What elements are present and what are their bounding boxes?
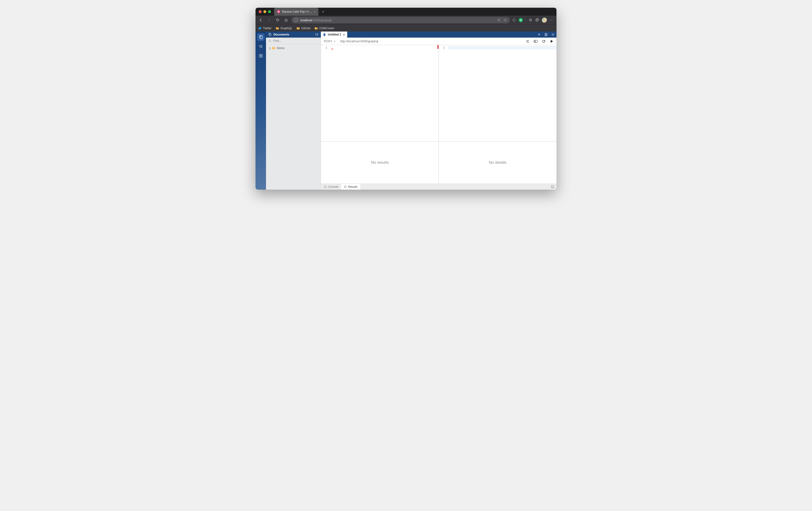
browser-chrome: ◓ Banana Cake Pop >> Untitled 1 × ＋ i [256, 8, 556, 31]
profile-avatar[interactable] [542, 18, 547, 23]
request-url[interactable]: http://localhost:5000/graphql [340, 39, 378, 43]
status-tabs: Console Results [321, 184, 556, 190]
browser-window: ◓ Banana Cake Pop >> Untitled 1 × ＋ i [256, 8, 556, 190]
no-details-label: No details [489, 160, 506, 165]
new-tab-button[interactable]: ＋ [319, 8, 328, 16]
browser-tab-strip: ◓ Banana Cake Pop >> Untitled 1 × ＋ [274, 8, 556, 16]
results-icon [344, 185, 347, 188]
folder-icon [315, 27, 318, 30]
svg-rect-10 [545, 35, 547, 36]
line-number: 1 [321, 46, 327, 49]
no-results-label: No results [371, 160, 389, 165]
side-panel-title: Documents [273, 33, 289, 36]
favorites-icon[interactable] [529, 18, 532, 22]
bookmarks-bar: Twitter GraphQL GitHub ChilliCream [256, 25, 556, 31]
address-bar[interactable]: i localhost:5000/graphql/ [291, 17, 510, 23]
browser-tab[interactable]: ◓ Banana Cake Pop >> Untitled 1 × [274, 8, 319, 16]
app-tab-strip: Untitled 1 × [321, 31, 556, 37]
address-path: :5000/graphql/ [312, 19, 331, 22]
tree-item-label: Demo [277, 47, 284, 50]
console-tab[interactable]: Console [321, 184, 341, 190]
svg-point-11 [553, 34, 553, 35]
bookmark-github[interactable]: GitHub [296, 27, 310, 30]
info-icon[interactable] [512, 18, 516, 22]
site-info-icon[interactable]: i [294, 18, 298, 22]
panel-toggle-button[interactable] [549, 184, 556, 190]
bookmark-graphql[interactable]: GraphQL [276, 27, 292, 30]
home-button[interactable] [283, 17, 289, 23]
code-area[interactable] [447, 45, 556, 141]
app-root: Documents ❯ Demo [256, 31, 556, 190]
window-controls [256, 10, 274, 13]
browser-toolbar: i localhost:5000/graphql/ G [256, 16, 556, 25]
svg-rect-14 [324, 186, 326, 188]
search-icon [268, 39, 271, 42]
bookmark-label: Twitter [263, 27, 271, 30]
http-method-label: POST [324, 39, 332, 43]
save-button[interactable] [543, 31, 550, 37]
address-text: localhost:5000/graphql/ [300, 19, 331, 22]
documents-activity-button[interactable] [257, 33, 265, 41]
new-folder-icon[interactable] [315, 33, 319, 36]
settings-button[interactable] [550, 31, 556, 37]
svg-rect-7 [269, 34, 271, 36]
main-area: Untitled 1 × POST http: [321, 31, 556, 190]
line-number: 1 [439, 46, 445, 49]
console-icon [324, 185, 327, 188]
side-panel: Documents ❯ Demo [266, 31, 321, 190]
schema-toggle-button[interactable] [533, 39, 538, 44]
svg-rect-4 [260, 36, 262, 39]
results-panel: No results [321, 141, 439, 184]
reload-schema-button[interactable] [542, 39, 546, 44]
bookmark-twitter[interactable]: Twitter [258, 27, 271, 30]
back-button[interactable] [258, 17, 264, 23]
minimize-window-button[interactable] [263, 10, 266, 13]
chevron-right-icon: ❯ [269, 47, 271, 50]
details-panel: No details [439, 141, 556, 184]
request-bar: POST http://localhost:5000/graphql [321, 37, 556, 45]
folder-icon [272, 47, 276, 50]
editors-split: 1 1 [321, 45, 556, 141]
format-button[interactable] [526, 39, 530, 44]
run-button[interactable] [550, 39, 554, 44]
http-method-select[interactable]: POST [324, 39, 336, 43]
svg-rect-9 [545, 33, 546, 34]
line-gutter: 1 [439, 45, 447, 141]
app-tab-label: Untitled 1 [328, 33, 341, 36]
tab-title: Banana Cake Pop >> Untitled 1 [282, 10, 312, 13]
app-tab-untitled1[interactable]: Untitled 1 × [321, 31, 347, 37]
find-input[interactable] [273, 39, 319, 43]
current-line-highlight [448, 46, 556, 50]
folder-icon [296, 27, 300, 30]
maximize-window-button[interactable] [268, 10, 271, 13]
tab-close-icon[interactable]: × [314, 10, 316, 14]
address-right-icons [497, 19, 507, 22]
more-icon[interactable]: ··· [550, 18, 554, 22]
console-tab-label: Console [328, 185, 338, 188]
svg-point-13 [534, 41, 536, 42]
results-tab[interactable]: Results [341, 184, 360, 190]
chevron-down-icon [334, 40, 336, 43]
query-editor[interactable]: 1 [321, 45, 439, 141]
close-icon[interactable]: × [343, 33, 345, 36]
tree-item-demo[interactable]: ❯ Demo [267, 46, 320, 51]
response-viewer[interactable]: 1 [439, 45, 556, 141]
schema-activity-button[interactable] [257, 52, 265, 59]
error-squiggle-icon [331, 48, 333, 50]
close-window-button[interactable] [259, 10, 262, 13]
history-activity-button[interactable] [257, 43, 265, 50]
forward-button[interactable] [266, 17, 272, 23]
favorite-star-icon[interactable] [503, 19, 507, 22]
code-area[interactable] [329, 45, 439, 141]
refresh-button[interactable] [274, 17, 281, 23]
zoom-icon[interactable] [497, 19, 501, 22]
new-document-button[interactable] [535, 31, 543, 37]
collections-icon[interactable] [535, 18, 539, 22]
separator [526, 18, 526, 22]
line-gutter: 1 [321, 45, 329, 141]
extension-grammarly-icon[interactable]: G [519, 18, 523, 22]
documents-icon [268, 33, 271, 36]
tab-favicon: ◓ [277, 10, 280, 13]
bookmark-chillicream[interactable]: ChilliCream [315, 27, 335, 30]
documents-tree: ❯ Demo [266, 44, 321, 52]
